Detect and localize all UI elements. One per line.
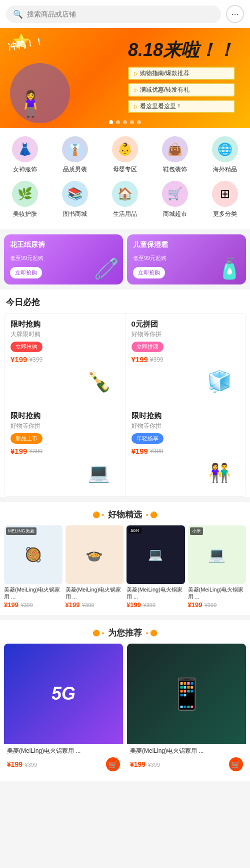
pick-price-1: ¥199: [4, 601, 18, 609]
category-label-daily: 生活用品: [113, 210, 137, 218]
banner-dot-1[interactable]: [109, 120, 113, 124]
flash-img-4: 👫: [200, 455, 240, 490]
category-item-shoes[interactable]: 👜 鞋包装饰: [150, 136, 200, 174]
pick-brand-tag-4: 小米: [190, 527, 203, 535]
category-icon-more: ⊞: [212, 181, 238, 207]
flash-item-4[interactable]: 限时抢购 好物等你拼 年轻畅享 ¥199 ¥399 👫: [126, 405, 246, 496]
category-icon-men: 👔: [62, 136, 88, 162]
search-input[interactable]: [27, 10, 214, 18]
banner-tag-1: 购物指南/爆款推荐: [128, 67, 235, 80]
message-icon[interactable]: ···: [226, 5, 244, 23]
pick-img-2: 🍲: [66, 525, 124, 584]
category-item-women[interactable]: 👗 女神服饰: [0, 136, 50, 174]
category-label-baby: 母婴专区: [113, 165, 137, 174]
banner-dot-2[interactable]: [116, 120, 120, 124]
rec-item-1[interactable]: 5G 美菱(MeiLing)电火锅家用 ... ¥199 ¥399 🛒: [4, 644, 123, 773]
banner-tag-2: 满减优惠/转发有礼: [128, 83, 235, 97]
pick-item-3[interactable]: acer 💻 美菱(MeiLing)电火锅家用 ... ¥199 ¥399: [126, 525, 185, 609]
category-item-baby[interactable]: 👶 母婴专区: [100, 136, 150, 174]
pick-item-4[interactable]: 小米 💻 美菱(MeiLing)电火锅家用 ... ¥199 ¥399: [188, 525, 246, 609]
flash-badge-1[interactable]: 立即抢购: [10, 342, 42, 352]
promo-card-cream[interactable]: 儿童保湿霜 低至99元起购 立即抢购 🧴: [127, 234, 246, 284]
flash-item-2[interactable]: 0元拼团 好物等你拼 立即拼团 ¥199 ¥399 🧊: [126, 314, 246, 405]
flash-img-1: 🍾: [79, 364, 119, 399]
promo-img-left: 🧷: [94, 257, 119, 280]
promo-btn-left[interactable]: 立即抢购: [10, 267, 42, 278]
pick-img-1: MELING美菱 🥘: [4, 525, 62, 584]
rec-price-1: ¥199: [7, 760, 22, 768]
rec-item-2[interactable]: 📱 美菱(MeiLing)电火锅家用 ... ¥199 ¥399 🛒: [127, 644, 246, 773]
promo-section: 花王纸尿裤 低至99元起购 立即抢购 🧷 儿童保湿霜 低至99元起购 立即抢购 …: [0, 229, 250, 290]
category-icon-women: 👗: [12, 136, 38, 162]
flash-badge-3[interactable]: 新品上市: [10, 433, 42, 444]
flash-label-1: 限时抢购: [10, 320, 119, 329]
picks-deco-right: • 🟠: [146, 511, 158, 518]
flash-price-3: ¥199: [10, 447, 27, 455]
recommended-section: 🟠 • 为您推荐 • 🟠 5G 美菱(MeiLing)电火锅家用 ... ¥19…: [0, 620, 250, 781]
flash-badge-4[interactable]: 年轻畅享: [132, 433, 164, 444]
pick-item-2[interactable]: 🍲 美菱(MeiLing)电火锅家用 ... ¥199 ¥399: [66, 525, 124, 609]
banner-dot-5[interactable]: [137, 120, 141, 124]
good-picks-section: 🟠 • 好物精选 • 🟠 MELING美菱 🥘 美菱(MeiLing)电火锅家用…: [0, 502, 250, 615]
pick-img-4: 小米 💻: [188, 525, 246, 584]
category-label-shoes: 鞋包装饰: [163, 165, 187, 174]
flash-img-3: 💻: [79, 455, 119, 490]
pick-orig-4: ¥399: [204, 602, 216, 608]
category-label-overseas: 海外精品: [213, 165, 237, 174]
category-item-more[interactable]: ⊞ 更多分类: [200, 181, 250, 218]
flash-sale-title: 今日必抢: [0, 290, 250, 313]
pick-item-1[interactable]: MELING美菱 🥘 美菱(MeiLing)电火锅家用 ... ¥199 ¥39…: [4, 525, 62, 609]
pick-orig-3: ¥399: [143, 602, 155, 608]
pick-img-3: acer 💻: [126, 525, 185, 584]
banner-dot-4[interactable]: [130, 120, 134, 124]
flash-sale-section: 今日必抢 限时抢购 大牌限时购 立即抢购 ¥199 ¥399 🍾 0元拼团 好物…: [0, 290, 250, 497]
promo-card-diapers[interactable]: 花王纸尿裤 低至99元起购 立即抢购 🧷: [4, 234, 123, 284]
flash-label-2: 0元拼团: [132, 320, 240, 329]
flash-item-3[interactable]: 限时抢购 好物等你拼 新品上市 ¥199 ¥399 💻: [4, 405, 125, 496]
flash-orig-4: ¥399: [150, 448, 164, 455]
flash-img-2: 🧊: [200, 364, 240, 399]
category-label-supermarket: 商城超市: [163, 210, 187, 218]
category-icon-books: 📚: [62, 181, 88, 207]
category-label-women: 女神服饰: [13, 165, 37, 174]
rec-deco-right: • 🟠: [146, 630, 158, 637]
rec-deco-left: 🟠 •: [92, 630, 104, 637]
rec-price-row-1: ¥199 ¥399 🛒: [7, 757, 120, 771]
category-item-books[interactable]: 📚 图书商城: [50, 181, 100, 218]
flash-price-2: ¥199: [132, 355, 148, 364]
category-icon-daily: 🏠: [112, 181, 138, 207]
recommended-title: 🟠 • 为您推荐 • 🟠: [0, 620, 250, 644]
category-item-supermarket[interactable]: 🛒 商城超市: [150, 181, 200, 218]
rec-info-1: 美菱(MeiLing)电火锅家用 ... ¥199 ¥399 🛒: [4, 744, 123, 773]
promo-title-left: 花王纸尿裤: [10, 240, 117, 249]
flash-badge-2[interactable]: 立即拼团: [132, 342, 164, 352]
promo-btn-right[interactable]: 立即抢购: [133, 267, 165, 278]
rec-img-2: 📱: [127, 644, 246, 744]
search-icon: 🔍: [13, 10, 23, 19]
flash-sub-1: 大牌限时购: [10, 330, 119, 339]
main-banner[interactable]: ⭐ 🧍‍♀️ 冲鸭！！ 8.18来啦！！ 购物指南/爆款推荐 满减优惠/转发有礼…: [0, 28, 250, 128]
pick-price-2: ¥199: [66, 601, 80, 609]
add-to-cart-2[interactable]: 🛒: [229, 757, 243, 771]
banner-dot-3[interactable]: [123, 120, 127, 124]
pick-price-4: ¥199: [188, 601, 202, 609]
flash-item-1[interactable]: 限时抢购 大牌限时购 立即抢购 ¥199 ¥399 🍾: [4, 314, 125, 405]
promo-title-right: 儿童保湿霜: [133, 240, 240, 249]
category-item-men[interactable]: 👔 品质男装: [50, 136, 100, 174]
category-item-overseas[interactable]: 🌐 海外精品: [200, 136, 250, 174]
banner-content: 8.18来啦！！ 购物指南/爆款推荐 满减优惠/转发有礼 看这里看这里！: [128, 38, 235, 113]
banner-dots: [109, 120, 141, 124]
pick-brand-tag-1: MELING美菱: [6, 527, 36, 535]
rec-price-2: ¥199: [130, 760, 146, 768]
pick-price-3: ¥199: [126, 601, 141, 609]
add-to-cart-1[interactable]: 🛒: [106, 757, 120, 771]
category-icon-baby: 👶: [112, 136, 138, 162]
flash-sub-2: 好物等你拼: [132, 330, 240, 339]
category-item-beauty[interactable]: 🌿 美妆护肤: [0, 181, 50, 218]
category-item-daily[interactable]: 🏠 生活用品: [100, 181, 150, 218]
rec-orig-2: ¥399: [148, 762, 160, 768]
flash-sub-4: 好物等你拼: [132, 422, 240, 430]
search-input-wrap[interactable]: 🔍: [6, 6, 221, 23]
good-picks-title: 🟠 • 好物精选 • 🟠: [0, 502, 250, 525]
flash-sub-3: 好物等你拼: [10, 422, 119, 430]
